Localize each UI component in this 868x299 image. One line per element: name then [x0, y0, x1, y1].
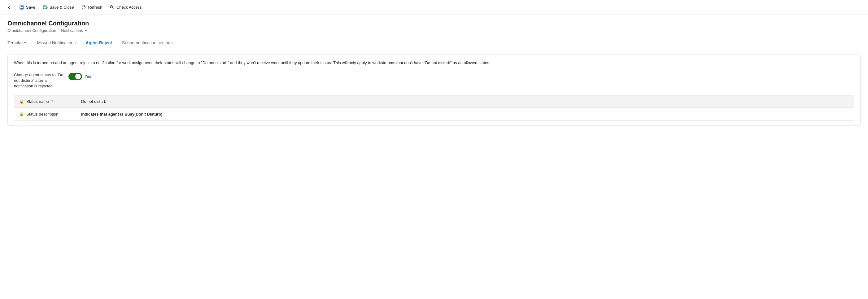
tab-templates[interactable]: Templates	[7, 38, 32, 48]
breadcrumb-current: Notifications	[61, 28, 88, 33]
save-icon	[19, 5, 24, 10]
status-name-label-cell: 🔒 Status name *	[14, 97, 76, 106]
main-content: When this is turned on and an agent reje…	[0, 48, 868, 132]
back-button[interactable]	[4, 3, 15, 12]
refresh-label: Refresh	[88, 5, 102, 9]
status-table: 🔒 Status name * Do not disturb 🔒 Status …	[14, 95, 854, 121]
toggle-thumb	[75, 74, 81, 79]
refresh-icon	[81, 5, 86, 10]
svg-rect-4	[44, 6, 45, 6]
tab-agent-reject[interactable]: Agent Reject	[81, 38, 117, 48]
toggle-value-text: Yes	[85, 74, 91, 79]
svg-rect-1	[21, 6, 23, 7]
table-row-status-description: 🔒 Status description Indicates that agen…	[14, 108, 854, 120]
status-description-value: Indicates that agent is Busy(Don't Distu…	[76, 109, 854, 119]
info-text: When this is turned on and an agent reje…	[14, 60, 854, 66]
lock-icon-2: 🔒	[19, 112, 24, 116]
save-close-button[interactable]: Save & Close	[40, 3, 77, 12]
chevron-down-icon	[84, 29, 88, 33]
toggle-label: Change agent status to "Do not disturb" …	[14, 72, 63, 89]
status-name-label: Status name	[26, 99, 49, 104]
check-access-label: Check Access	[117, 5, 142, 9]
breadcrumb-parent: Omnichannel Configuration	[7, 28, 56, 33]
refresh-button[interactable]: Refresh	[78, 3, 105, 12]
agent-reject-panel: When this is turned on and an agent reje…	[7, 55, 861, 126]
check-access-button[interactable]: Check Access	[106, 3, 145, 12]
lock-icon: 🔒	[19, 99, 24, 104]
toggle-row: Change agent status to "Do not disturb" …	[14, 72, 854, 89]
status-description-label: Status description	[26, 112, 58, 117]
save-label: Save	[26, 5, 35, 9]
breadcrumb-current-label: Notifications	[61, 28, 83, 33]
check-access-icon	[110, 5, 115, 10]
breadcrumb-separator: ·	[58, 28, 59, 33]
page-title: Omnichannel Configuration	[7, 20, 861, 27]
tab-sound-notification[interactable]: Sound notification settings	[117, 38, 178, 48]
save-close-label: Save & Close	[50, 5, 74, 9]
status-description-label-cell: 🔒 Status description	[14, 109, 76, 119]
change-status-toggle[interactable]	[68, 73, 82, 80]
table-row-status-name: 🔒 Status name * Do not disturb	[14, 95, 854, 108]
tab-missed-notifications[interactable]: Missed Notifications	[32, 38, 81, 48]
breadcrumb: Omnichannel Configuration · Notification…	[7, 28, 861, 33]
tabs-bar: Templates Missed Notifications Agent Rej…	[0, 38, 868, 48]
save-close-icon	[43, 5, 48, 10]
save-button[interactable]: Save	[16, 3, 38, 12]
required-indicator: *	[52, 99, 53, 104]
page-header: Omnichannel Configuration Omnichannel Co…	[0, 15, 868, 33]
status-name-value: Do not disturb	[76, 97, 854, 106]
toggle-container: Yes	[68, 73, 91, 80]
toolbar: Save Save & Close Refresh Check Access	[0, 0, 868, 15]
back-icon	[7, 5, 12, 10]
svg-rect-2	[21, 8, 23, 9]
